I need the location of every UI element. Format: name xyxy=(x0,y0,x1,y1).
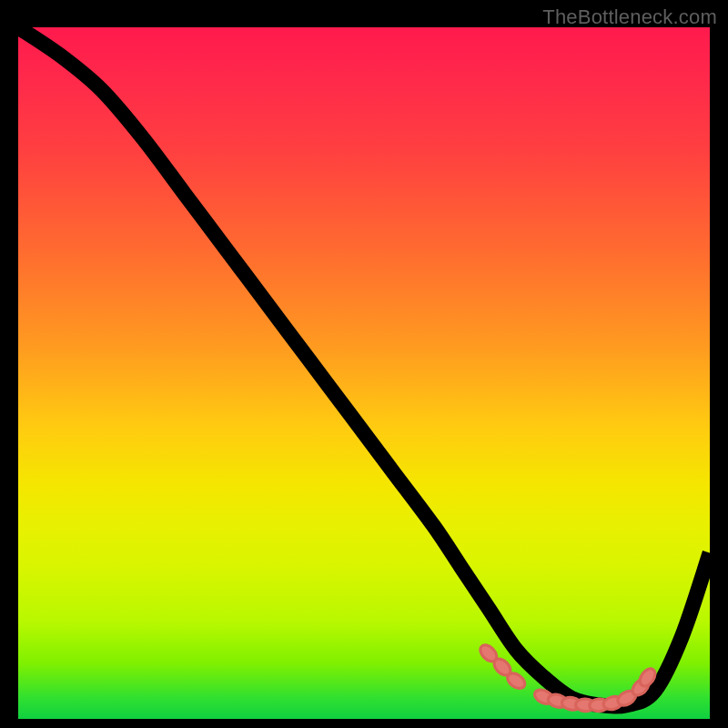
bottleneck-chart xyxy=(18,27,710,719)
chart-frame xyxy=(18,27,710,719)
watermark-text: TheBottleneck.com xyxy=(542,5,717,29)
highlight-dots xyxy=(477,642,658,712)
curve-path xyxy=(18,27,710,706)
